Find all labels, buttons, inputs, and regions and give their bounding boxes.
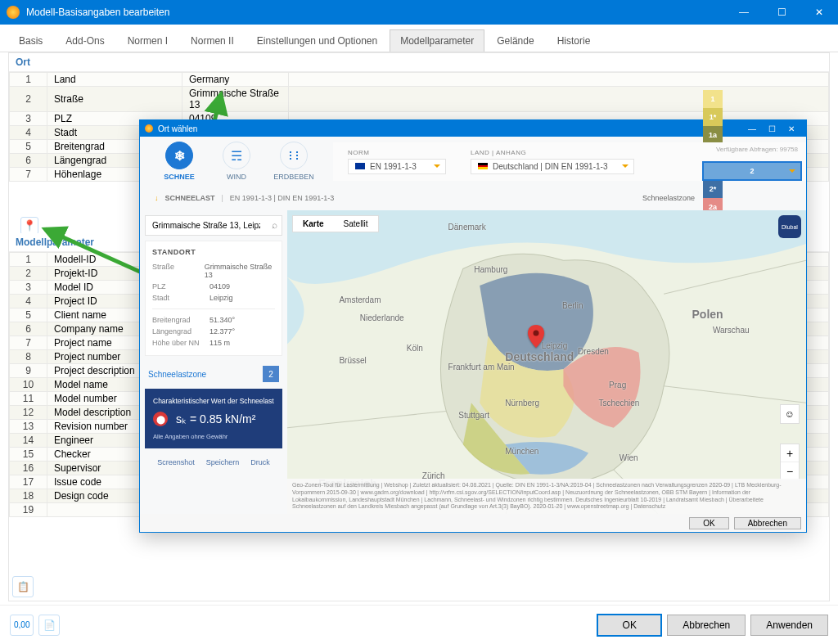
- label-koln: Köln: [407, 344, 423, 353]
- wind-icon: ☴: [223, 142, 250, 169]
- row-num: 17: [10, 475, 47, 489]
- dialog-icon: [145, 124, 153, 133]
- ort-value[interactable]: Germany: [182, 73, 289, 87]
- standort-header: STANDORT: [152, 248, 275, 256]
- action-screenshot[interactable]: Screenshot: [157, 458, 195, 466]
- ort-label: Land: [47, 73, 182, 87]
- char-title: Charakteristischer Wert der Schneelast: [153, 397, 274, 405]
- eu-flag-icon: [355, 163, 365, 169]
- hazard-wind[interactable]: ☴ WIND: [215, 142, 258, 181]
- label-deutschland: Deutschland: [505, 350, 574, 363]
- zone-1[interactable]: 1: [703, 90, 723, 108]
- copy-button[interactable]: 📄: [38, 615, 60, 636]
- land-select[interactable]: Deutschland | DIN EN 1991-1-3: [471, 159, 634, 174]
- kv-key: Höhe über NN: [152, 339, 210, 347]
- hazard-schnee-label: SCHNEE: [158, 173, 200, 181]
- hazard-schnee[interactable]: ❄ SCHNEE: [158, 142, 200, 181]
- label-amsterdam: Amsterdam: [339, 295, 381, 304]
- row-num: 2: [10, 267, 47, 281]
- action-speichern[interactable]: Speichern: [206, 458, 240, 466]
- label-prag: Prag: [609, 381, 626, 390]
- land-value: Deutschland | DIN EN 1991-1-3: [493, 162, 607, 171]
- close-button[interactable]: ✕: [800, 0, 838, 25]
- dialog-title: Ort wählen: [158, 124, 197, 133]
- label-dresden: Dresden: [578, 347, 609, 356]
- row-num: 5: [10, 308, 47, 322]
- hazard-erdbeben-label: ERDBEBEN: [273, 173, 315, 181]
- ok-button[interactable]: OK: [597, 614, 662, 637]
- row-num: 16: [10, 462, 47, 475]
- dialog-ok-button[interactable]: OK: [689, 517, 728, 529]
- row-num: 4: [10, 126, 47, 140]
- kv-val: 51.340°: [210, 316, 235, 324]
- minimize-button[interactable]: —: [725, 0, 763, 25]
- zone-1*[interactable]: 1*: [703, 108, 723, 126]
- row-num: 2: [10, 87, 47, 112]
- row-num: 5: [10, 140, 47, 154]
- land-label: LAND | ANHANG: [471, 149, 634, 156]
- apply-button[interactable]: Anwenden: [750, 615, 828, 636]
- zoom-out-button[interactable]: −: [781, 462, 799, 480]
- tab-basis[interactable]: Basis: [8, 29, 53, 52]
- label-leipzig: Leipzig: [542, 341, 568, 350]
- zone-2[interactable]: 2: [703, 162, 801, 180]
- norm-label: NORM: [348, 149, 446, 156]
- row-num: 18: [10, 489, 47, 503]
- titlebar: Modell-Basisangaben bearbeiten — ☐ ✕: [0, 0, 838, 25]
- sub-breadcrumb: EN 1991-1-3 | DIN EN 1991-1-3: [230, 194, 334, 202]
- zoom-control: + −: [780, 444, 800, 481]
- search-icon[interactable]: ⌕: [272, 219, 277, 231]
- sub-label: SCHNEELAST: [165, 194, 215, 202]
- tab-normen-i[interactable]: Normen I: [117, 29, 178, 52]
- label-frankfurt: Frankfurt am Main: [448, 363, 515, 372]
- hazard-wind-label: WIND: [215, 173, 258, 181]
- label-stuttgart: Stuttgart: [458, 411, 489, 420]
- location-picker-button[interactable]: 📍: [20, 217, 38, 235]
- tab-gelände[interactable]: Gelände: [486, 29, 544, 52]
- tab-einstellungen-und-optionen[interactable]: Einstellungen und Optionen: [246, 29, 388, 52]
- pegman-button[interactable]: ☺: [780, 404, 800, 424]
- download-icon: ↓: [155, 194, 159, 202]
- action-druck[interactable]: Druck: [250, 458, 270, 466]
- ort-value[interactable]: Grimmaische Straße 13: [182, 87, 289, 112]
- hazard-erdbeben[interactable]: ⫶⫶ ERDBEBEN: [273, 142, 315, 181]
- row-num: 6: [10, 322, 47, 336]
- snowflake-icon: ❄: [165, 142, 193, 169]
- tab-historie[interactable]: Historie: [547, 29, 601, 52]
- dialog-cancel-button[interactable]: Abbrechen: [734, 517, 801, 529]
- map-marker[interactable]: [528, 325, 544, 350]
- map-tab-karte[interactable]: Karte: [293, 216, 334, 232]
- label-niederlande: Niederlande: [360, 313, 404, 322]
- remaining-queries: Verfügbare Abfragen: 99758: [716, 146, 798, 153]
- zone-2*[interactable]: 2*: [703, 180, 723, 198]
- row-num: 1: [10, 73, 47, 87]
- maximize-button[interactable]: ☐: [763, 0, 800, 25]
- norm-select[interactable]: EN 1991-1-3: [348, 159, 446, 174]
- row-num: 13: [10, 420, 47, 434]
- units-button[interactable]: 0,00: [10, 615, 34, 636]
- tab-modellparameter[interactable]: Modellparameter: [390, 29, 484, 52]
- tab-normen-ii[interactable]: Normen II: [180, 29, 245, 52]
- standort-card: STANDORT StraßeGrimmaische Straße 13PLZ0…: [145, 241, 282, 356]
- kv-val: Leipzig: [210, 294, 233, 302]
- kv-key: Stadt: [152, 294, 210, 302]
- window-title: Modell-Basisangaben bearbeiten: [26, 7, 725, 18]
- map-type-control: Karte Satellit: [292, 215, 379, 232]
- earthquake-icon: ⫶⫶: [280, 142, 308, 169]
- zoom-in-button[interactable]: +: [781, 444, 799, 462]
- ort-waehlen-dialog: Ort wählen — ☐ ✕ ❄ SCHNEE ☴ WIND: [139, 119, 807, 533]
- clipboard-button[interactable]: 📋: [12, 576, 34, 597]
- row-num: 6: [10, 154, 47, 168]
- label-brussel: Brüssel: [339, 356, 366, 365]
- label-polen: Polen: [692, 308, 723, 321]
- kv-val: 115 m: [210, 339, 230, 347]
- norm-value: EN 1991-1-3: [370, 162, 417, 171]
- location-search-input[interactable]: [145, 215, 282, 236]
- row-num: 11: [10, 392, 47, 406]
- cancel-button[interactable]: Abbrechen: [667, 615, 746, 636]
- tab-add-ons[interactable]: Add-Ons: [55, 29, 115, 52]
- ort-label: Straße: [47, 87, 182, 112]
- label-munchen: München: [505, 447, 538, 456]
- map-tab-satellit[interactable]: Satellit: [334, 216, 378, 232]
- map-panel[interactable]: Karte Satellit Dlubal Deutschland Polen …: [287, 210, 806, 514]
